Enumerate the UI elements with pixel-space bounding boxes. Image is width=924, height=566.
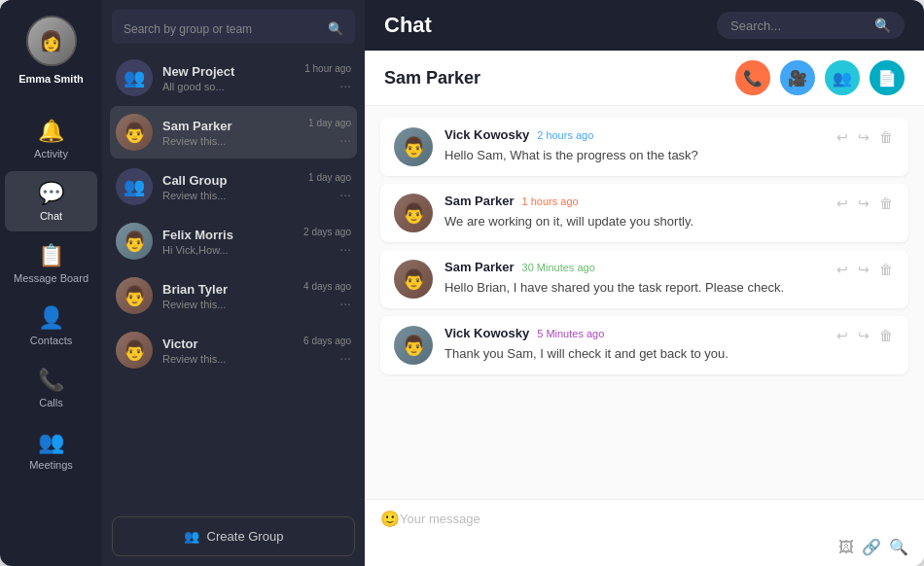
chat-info: Brian Tyler Review this... bbox=[162, 282, 294, 310]
list-item[interactable]: 👨 Felix Morris Hi Vick,How... 2 days ago… bbox=[110, 215, 357, 267]
activity-icon: 🔔 bbox=[38, 119, 64, 144]
list-item[interactable]: 👨 Victor Review this... 6 days ago ··· bbox=[110, 324, 357, 376]
sidebar-item-contacts[interactable]: 👤 Contacts bbox=[5, 296, 97, 356]
chat-time: 4 days ago bbox=[303, 281, 351, 292]
reply-button[interactable]: ↩ bbox=[835, 194, 850, 213]
message-actions: ↩ ↪ 🗑 bbox=[835, 127, 895, 147]
call-button[interactable]: 📞 bbox=[735, 60, 770, 95]
nav-sidebar: 👩 Emma Smith 🔔 Activity 💬 Chat 📋 Message… bbox=[0, 0, 102, 566]
more-icon[interactable]: ··· bbox=[339, 78, 351, 93]
search-message-button[interactable]: 🔍 bbox=[889, 538, 908, 556]
video-button[interactable]: 🎥 bbox=[780, 60, 815, 95]
create-group-label: Create Group bbox=[207, 529, 284, 544]
forward-button[interactable]: ↪ bbox=[856, 260, 871, 279]
chat-info: New Project All good so... bbox=[162, 64, 295, 92]
forward-button[interactable]: ↪ bbox=[856, 194, 871, 213]
message-input[interactable] bbox=[400, 512, 908, 526]
chat-info: Sam Parker Review this... bbox=[162, 119, 299, 147]
app-container: 👩 Emma Smith 🔔 Activity 💬 Chat 📋 Message… bbox=[0, 0, 924, 566]
more-icon[interactable]: ··· bbox=[339, 296, 351, 311]
more-icon[interactable]: ··· bbox=[339, 187, 351, 202]
chat-preview: Review this... bbox=[162, 353, 294, 365]
avatar: 👨 bbox=[116, 277, 153, 314]
image-attach-button[interactable]: 🖼 bbox=[838, 538, 854, 556]
message-content: Vick Kowosky 5 Minutes ago Thank you Sam… bbox=[444, 326, 823, 364]
create-group-button[interactable]: 👥 Create Group bbox=[112, 516, 355, 556]
chat-time: 1 day ago bbox=[308, 118, 351, 128]
user-name: Emma Smith bbox=[18, 72, 84, 86]
document-button[interactable]: 📄 bbox=[870, 60, 905, 95]
search-icon: 🔍 bbox=[328, 21, 343, 36]
input-toolbar: 🖼 🔗 🔍 bbox=[380, 534, 908, 556]
chat-info: Call Group Review this... bbox=[162, 173, 299, 201]
messages-area: 👨 Vick Kowosky 2 hours ago Hello Sam, Wh… bbox=[365, 106, 924, 499]
message-text: Hello Sam, What is the progress on the t… bbox=[444, 146, 823, 165]
contacts-icon: 👤 bbox=[38, 305, 64, 331]
chat-meta: 1 day ago ··· bbox=[308, 118, 351, 148]
avatar: 👥 bbox=[116, 168, 153, 205]
message-header: Sam Parker 1 hours ago bbox=[444, 194, 823, 208]
sidebar-item-calls[interactable]: 📞 Calls bbox=[5, 358, 97, 418]
messageboard-icon: 📋 bbox=[38, 243, 64, 268]
group-button[interactable]: 👥 bbox=[825, 60, 860, 95]
message-actions: ↩ ↪ 🗑 bbox=[835, 326, 895, 345]
message-time: 30 Minutes ago bbox=[522, 262, 595, 273]
reply-button[interactable]: ↩ bbox=[835, 260, 850, 279]
avatar: 👥 bbox=[116, 59, 153, 96]
message-header: Vick Kowosky 5 Minutes ago bbox=[444, 326, 823, 340]
message-card: 👨 Sam Parker 30 Minutes ago Hello Brian,… bbox=[380, 250, 908, 308]
chat-preview: Review this... bbox=[162, 190, 299, 201]
search-container[interactable]: 🔍 bbox=[717, 12, 905, 39]
delete-button[interactable]: 🗑 bbox=[877, 260, 895, 279]
more-icon[interactable]: ··· bbox=[339, 350, 351, 366]
search-bar[interactable]: 🔍 bbox=[112, 10, 355, 44]
message-actions: ↩ ↪ 🗑 bbox=[835, 260, 895, 279]
sidebar-item-label: Calls bbox=[39, 397, 62, 408]
message-sender: Vick Kowosky bbox=[444, 326, 529, 340]
chat-preview: All good so... bbox=[162, 81, 295, 92]
message-sender: Vick Kowosky bbox=[444, 127, 529, 142]
link-button[interactable]: 🔗 bbox=[862, 538, 881, 556]
chat-name: Call Group bbox=[162, 173, 299, 188]
message-header: Vick Kowosky 2 hours ago bbox=[444, 127, 823, 142]
reply-button[interactable]: ↩ bbox=[835, 326, 850, 345]
chat-preview: Hi Vick,How... bbox=[162, 244, 294, 256]
forward-button[interactable]: ↪ bbox=[856, 326, 871, 345]
list-item[interactable]: 👥 New Project All good so... 1 hour ago … bbox=[110, 52, 357, 104]
sidebar-item-activity[interactable]: 🔔 Activity bbox=[5, 109, 97, 169]
message-content: Vick Kowosky 2 hours ago Hello Sam, What… bbox=[444, 127, 823, 165]
chat-time: 1 hour ago bbox=[304, 63, 351, 74]
list-item[interactable]: 👥 Call Group Review this... 1 day ago ··… bbox=[110, 160, 357, 213]
chat-meta: 6 days ago ··· bbox=[303, 336, 351, 366]
more-icon[interactable]: ··· bbox=[339, 241, 351, 257]
sidebar-item-meetings[interactable]: 👥 Meetings bbox=[5, 420, 97, 480]
chat-time: 6 days ago bbox=[303, 336, 351, 346]
sidebar-item-label: Meetings bbox=[29, 459, 73, 471]
delete-button[interactable]: 🗑 bbox=[877, 194, 895, 213]
chat-meta: 2 days ago ··· bbox=[303, 227, 351, 257]
chat-meta: 4 days ago ··· bbox=[303, 281, 351, 311]
message-text: Hello Brian, I have shared you the task … bbox=[444, 278, 823, 298]
main-search-input[interactable] bbox=[730, 18, 867, 33]
avatar: 👩 bbox=[26, 16, 77, 66]
contact-name: Sam Parker bbox=[384, 68, 480, 88]
sidebar-item-label: Message Board bbox=[14, 272, 89, 284]
forward-button[interactable]: ↪ bbox=[856, 127, 871, 147]
search-input[interactable] bbox=[124, 22, 328, 36]
more-icon[interactable]: ··· bbox=[339, 132, 351, 148]
nav-items: 🔔 Activity 💬 Chat 📋 Message Board 👤 Cont… bbox=[0, 109, 102, 480]
sidebar-item-chat[interactable]: 💬 Chat bbox=[5, 171, 97, 231]
list-item[interactable]: 👨 Brian Tyler Review this... 4 days ago … bbox=[110, 269, 357, 322]
message-header: Sam Parker 30 Minutes ago bbox=[444, 260, 823, 274]
delete-button[interactable]: 🗑 bbox=[877, 326, 895, 345]
sidebar-item-label: Activity bbox=[34, 148, 68, 159]
chat-header: Sam Parker 📞 🎥 👥 📄 bbox=[365, 51, 924, 106]
emoji-button[interactable]: 🙂 bbox=[380, 510, 400, 528]
sidebar-item-messageboard[interactable]: 📋 Message Board bbox=[5, 233, 97, 294]
reply-button[interactable]: ↩ bbox=[835, 127, 850, 147]
message-sender: Sam Parker bbox=[444, 194, 515, 208]
delete-button[interactable]: 🗑 bbox=[877, 127, 895, 147]
list-item[interactable]: 👨 Sam Parker Review this... 1 day ago ··… bbox=[110, 106, 357, 159]
message-content: Sam Parker 30 Minutes ago Hello Brian, I… bbox=[444, 260, 823, 298]
avatar: 👨 bbox=[394, 127, 433, 166]
